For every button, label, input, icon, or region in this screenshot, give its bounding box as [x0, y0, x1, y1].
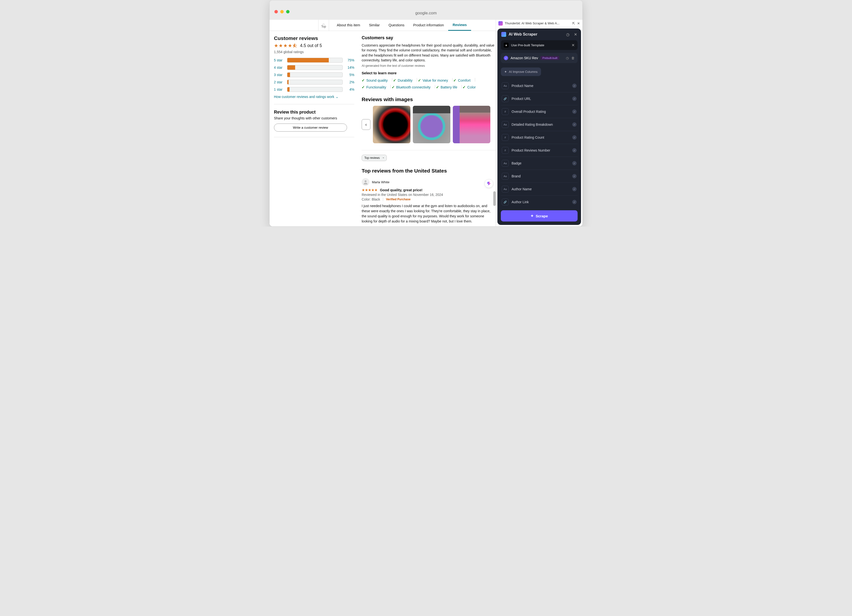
field-check-icon[interactable]: ✓: [572, 109, 577, 114]
tab-product-info[interactable]: Product information: [409, 20, 449, 31]
topic-sound-quality[interactable]: ✓Sound quality: [362, 77, 390, 83]
field-name: Author Link: [512, 200, 569, 204]
field-check-icon[interactable]: ✓: [572, 135, 577, 140]
verified-purchase-badge: Verified Purchase: [386, 198, 411, 201]
topic-battery[interactable]: ✓Battery life: [436, 84, 460, 90]
tab-similar[interactable]: Similar: [365, 20, 384, 31]
rating-bar-4[interactable]: 4 star 14%: [274, 65, 354, 70]
review-meta: Reviewed in the United States on Novembe…: [362, 193, 496, 197]
jump-to-top-button[interactable]: ︿ Top: [318, 20, 329, 31]
rating-bar-3[interactable]: 3 star 5%: [274, 72, 354, 77]
topic-label: Sound quality: [366, 79, 388, 82]
topic-durability[interactable]: ✓Durability: [393, 77, 415, 83]
review-image[interactable]: [373, 106, 410, 143]
customer-reviews-title: Customer reviews: [274, 35, 354, 41]
field-name: Detailed Rating Breakdown: [512, 122, 569, 127]
field-row[interactable]: AaBadge✓: [501, 157, 578, 170]
bar-track: [287, 65, 343, 70]
close-icon[interactable]: ✕: [577, 21, 580, 25]
pin-icon[interactable]: ⇱: [572, 21, 575, 25]
field-name: Product URL: [512, 97, 569, 101]
rating-bar-1[interactable]: 1 star 4%: [274, 87, 354, 92]
minimize-window-button[interactable]: [280, 10, 284, 14]
history-icon[interactable]: ◷: [566, 56, 569, 60]
prebuilt-tag: Prebuilt-built: [541, 56, 559, 60]
global-ratings-count: 1,554 global ratings: [274, 50, 354, 54]
close-icon[interactable]: ✕: [574, 32, 577, 37]
field-row[interactable]: #Overall Product Rating✓: [501, 105, 578, 118]
write-review-button[interactable]: Write a customer review: [274, 124, 347, 131]
thunderbit-overlay-icon[interactable]: [485, 179, 493, 188]
field-row[interactable]: 🔗Author Link✓: [501, 196, 578, 207]
topic-label: Functionality: [366, 85, 386, 89]
topic-bluetooth[interactable]: ✓Bluetooth connectivity: [392, 84, 433, 90]
history-icon[interactable]: ◷: [566, 32, 570, 37]
field-check-icon[interactable]: ✓: [572, 187, 577, 191]
improve-label: AI Improve Columns: [509, 70, 538, 74]
field-name: Product Rating Count: [512, 136, 569, 139]
maximize-window-button[interactable]: [286, 10, 290, 14]
tab-questions[interactable]: Questions: [384, 20, 409, 31]
field-name: Badge: [512, 161, 569, 165]
field-row[interactable]: AaProduct Name✓: [501, 79, 578, 92]
carousel-prev-button[interactable]: ‹: [362, 119, 370, 130]
scrape-button[interactable]: ✦ Scrape: [501, 210, 578, 222]
field-check-icon[interactable]: ✓: [572, 84, 577, 88]
field-check-icon[interactable]: ✓: [572, 97, 577, 101]
number-type-icon: #: [502, 134, 509, 141]
topic-functionality[interactable]: ✓Functionality: [362, 84, 388, 90]
field-row[interactable]: AaAuthor Name✓: [501, 183, 578, 196]
topic-comfort[interactable]: ✓Comfort: [453, 77, 473, 83]
reviewer-name[interactable]: Marla White: [372, 180, 390, 184]
bar-pct: 14%: [346, 66, 354, 69]
field-row[interactable]: #Product Rating Count✓: [501, 131, 578, 144]
topic-label: Battery life: [441, 85, 458, 89]
datasource-bar[interactable]: ✓ Amazon SKU Rev Prebuilt-built ◷ 🗑: [501, 53, 578, 63]
text-type-icon: Aa: [502, 82, 509, 89]
field-check-icon[interactable]: ✓: [572, 174, 577, 178]
review-title[interactable]: Good quality, great price!: [380, 188, 423, 192]
datasource-name: Amazon SKU Rev: [511, 56, 538, 60]
how-reviews-work-link[interactable]: How customer reviews and ratings work ⌄: [274, 95, 354, 99]
field-check-icon[interactable]: ✓: [572, 161, 577, 165]
bar-track: [287, 80, 343, 85]
field-name: Brand: [512, 174, 569, 178]
field-check-icon[interactable]: ✓: [572, 122, 577, 127]
review-image[interactable]: [453, 106, 490, 143]
bar-pct: 2%: [346, 80, 354, 84]
tab-about[interactable]: About this item: [332, 20, 365, 31]
field-row[interactable]: AaDetailed Rating Breakdown✓: [501, 118, 578, 131]
close-window-button[interactable]: [274, 10, 278, 14]
tab-reviews[interactable]: Reviews: [448, 20, 471, 31]
close-icon[interactable]: ✕: [571, 43, 575, 48]
field-row[interactable]: AaBrand✓: [501, 170, 578, 183]
sort-reviews-select[interactable]: Top reviews: [362, 155, 387, 161]
rating-bar-2[interactable]: 2 star 2%: [274, 80, 354, 85]
check-icon: ✓: [453, 79, 456, 82]
topic-label: Value for money: [423, 79, 448, 82]
rating-bar-5[interactable]: 5 star 75%: [274, 58, 354, 63]
field-row[interactable]: 🔗Product URL✓: [501, 92, 578, 105]
field-check-icon[interactable]: ✓: [572, 148, 577, 152]
extension-title: Thunderbit: AI Web Scraper & Web A...: [505, 21, 570, 25]
template-bar[interactable]: a Use Pre-built Template ✕: [501, 40, 578, 50]
field-check-icon[interactable]: ✓: [572, 200, 577, 204]
scrollbar[interactable]: [493, 191, 496, 206]
panel-header: AI Web Scraper ◷ ✕: [497, 29, 581, 40]
content-area: ︿ Top About this item Similar Questions …: [270, 20, 582, 226]
topic-color[interactable]: ✓Color: [462, 84, 478, 90]
number-type-icon: #: [502, 147, 509, 154]
topic-value[interactable]: ✓Value for money: [418, 77, 451, 83]
field-name: Author Name: [512, 187, 569, 191]
rating-text: 4.5 out of 5: [300, 43, 322, 48]
sidepanel-header: Thunderbit: AI Web Scraper & Web A... ⇱ …: [496, 20, 582, 27]
trash-icon[interactable]: 🗑: [571, 56, 575, 60]
divider: [274, 104, 354, 104]
topic-row: ✓Sound quality| ✓Durability| ✓Value for …: [362, 77, 496, 90]
ai-improve-columns-button[interactable]: ✦ AI Improve Columns: [501, 68, 541, 76]
chevron-left-icon: ‹: [365, 122, 367, 127]
review-image[interactable]: [413, 106, 450, 143]
url-bar[interactable]: google.com: [270, 5, 582, 16]
field-row[interactable]: #Product Reviews Number✓: [501, 144, 578, 157]
product-tabs: ︿ Top About this item Similar Questions …: [270, 20, 496, 31]
